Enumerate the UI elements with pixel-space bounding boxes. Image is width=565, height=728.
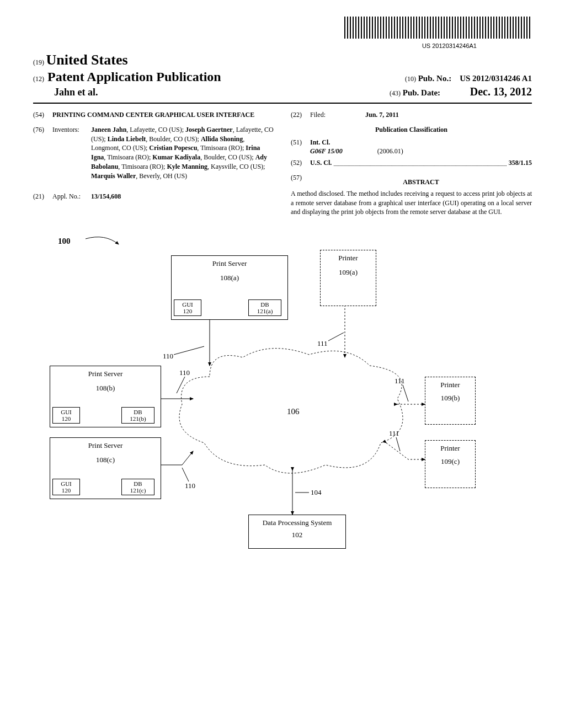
printer-b-label: Printer [428, 381, 473, 389]
uscl-dots [334, 158, 506, 166]
barcode-graphic [344, 17, 532, 39]
left-column: (54) PRINTING COMMAND CENTER GRAPHICAL U… [33, 110, 274, 217]
applno-label: Appl. No.: [52, 192, 91, 201]
pubdate-label: Pub. Date: [403, 88, 440, 97]
uscl-label: U.S. Cl. [310, 158, 332, 168]
pub-classification-heading: Publication Classification [291, 125, 532, 135]
gui-c-num: 120 [55, 487, 77, 494]
db-b-num: 121(b) [124, 415, 152, 422]
svg-line-10 [403, 385, 408, 402]
inventors-label: Inventors: [52, 125, 91, 181]
ref-100: 100 [58, 237, 71, 246]
code-57: (57) [291, 173, 310, 187]
publication-type-row: (12) Patent Application Publication [33, 69, 221, 84]
ref-110-low: 110 [185, 481, 195, 490]
figure: 100 Print Server 108(a) GUI 120 DB 121(a… [33, 233, 532, 553]
printer-a-box: Printer 109(a) [320, 250, 376, 306]
printer-c-num: 109(c) [428, 457, 473, 466]
dps-label: Data Processing System [251, 518, 343, 527]
code-19: (19) [33, 58, 44, 66]
db-b-box: DB 121(b) [121, 407, 154, 424]
ref-111-low: 111 [389, 429, 399, 438]
pubno-label: Pub. No.: [418, 74, 451, 83]
intcl-code: G06F 15/00 [310, 147, 343, 155]
intcl-year: (2006.01) [377, 147, 403, 155]
code-22: (22) [291, 110, 310, 120]
cloud-label: 106 [287, 407, 300, 416]
gui-c-label: GUI [55, 480, 77, 487]
svg-line-8 [182, 468, 189, 481]
gui-b-label: GUI [55, 409, 77, 415]
publication-type: Patent Application Publication [47, 69, 221, 84]
uscl-value: 358/1.15 [509, 158, 532, 168]
gui-a-num: 120 [177, 308, 199, 314]
db-a-box: DB 121(a) [248, 299, 281, 316]
country-line: (19) United States [33, 52, 532, 68]
svg-line-7 [177, 377, 185, 393]
dps-num: 102 [251, 531, 343, 539]
gui-c-box: GUI 120 [52, 479, 80, 495]
db-a-num: 121(a) [251, 308, 279, 314]
code-52: (52) [291, 158, 310, 168]
ref-104: 104 [311, 488, 322, 497]
invention-title: PRINTING COMMAND CENTER GRAPHICAL USER I… [52, 110, 274, 120]
authors-header: Jahn et al. [33, 87, 98, 98]
gui-b-num: 120 [55, 415, 77, 422]
ref-111-top: 111 [317, 339, 328, 348]
barcode-number: US 20120314246A1 [33, 42, 477, 49]
code-51: (51) [291, 138, 310, 157]
ref-110-top: 110 [163, 352, 173, 361]
inventors-list: Janeen Jahn, Lafayette, CO (US); Joseph … [91, 125, 274, 181]
code-12: (12) [33, 75, 44, 83]
abstract-text: A method disclosed. The method includes … [291, 189, 532, 217]
svg-line-9 [328, 333, 344, 341]
right-column: (22) Filed: Jun. 7, 2011 Publication Cla… [291, 110, 532, 217]
printer-a-label: Printer [323, 254, 374, 263]
print-server-a-num: 108(a) [174, 274, 285, 282]
country-name: United States [46, 52, 128, 68]
code-76: (76) [33, 125, 52, 181]
svg-line-6 [174, 346, 204, 355]
gui-a-box: GUI 120 [174, 299, 201, 316]
filed-date: Jun. 7, 2011 [349, 110, 532, 120]
printer-b-num: 109(b) [428, 394, 473, 403]
print-server-b-label: Print Server [52, 370, 158, 378]
ref-110-mid: 110 [179, 368, 190, 377]
code-54: (54) [33, 110, 52, 120]
print-server-a-label: Print Server [174, 259, 285, 268]
db-b-label: DB [124, 409, 152, 415]
code-21: (21) [33, 192, 52, 201]
code-10: (10) [405, 75, 416, 83]
pubdate-value: Dec. 13, 2012 [470, 85, 532, 98]
db-c-num: 121(c) [124, 487, 152, 494]
gui-b-box: GUI 120 [52, 407, 80, 424]
intcl-label: Int. Cl. [310, 138, 532, 147]
printer-c-box: Printer 109(c) [425, 440, 476, 488]
code-43: (43) [390, 89, 401, 97]
abstract-heading: ABSTRACT [310, 178, 532, 187]
applno-value: 13/154,608 [91, 192, 274, 201]
print-server-c-label: Print Server [52, 441, 158, 450]
printer-a-num: 109(a) [323, 268, 374, 277]
printer-b-box: Printer 109(b) [425, 377, 476, 425]
printer-c-label: Printer [428, 444, 473, 453]
print-server-b-num: 108(b) [52, 384, 158, 393]
dps-box: Data Processing System 102 [248, 515, 346, 549]
pub-date-row: (43) Pub. Date: Dec. 13, 2012 [390, 85, 532, 98]
filed-label: Filed: [310, 110, 349, 120]
barcode-block: US 20120314246A1 [33, 17, 532, 49]
db-a-label: DB [251, 301, 279, 308]
svg-line-11 [396, 437, 400, 451]
pub-number-row: (10) Pub. No.: US 2012/0314246 A1 [405, 74, 532, 83]
db-c-box: DB 121(c) [121, 479, 154, 495]
print-server-c-num: 108(c) [52, 456, 158, 464]
gui-a-label: GUI [177, 301, 199, 308]
ref-111-mid: 111 [395, 377, 405, 386]
db-c-label: DB [124, 480, 152, 487]
pubno-value: US 2012/0314246 A1 [460, 74, 532, 83]
